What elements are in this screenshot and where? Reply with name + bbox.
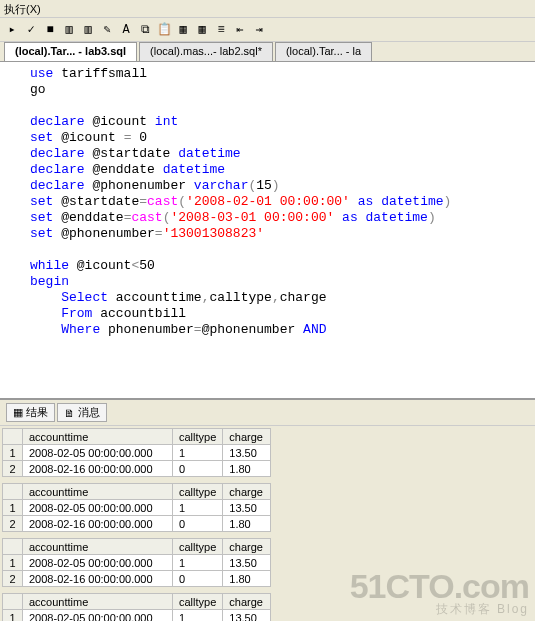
result-table[interactable]: accounttimecalltypecharge12008-02-05 00:… — [2, 538, 271, 587]
paren: ( — [178, 194, 186, 209]
num: 50 — [139, 258, 155, 273]
cell-calltype: 0 — [173, 516, 223, 532]
cell-charge: 13.50 — [223, 610, 271, 622]
row-num: 1 — [3, 555, 23, 571]
col-header[interactable]: charge — [223, 539, 271, 555]
db2-icon[interactable]: ▥ — [80, 22, 96, 38]
table-row[interactable]: 22008-02-16 00:00:00.00001.80 — [3, 571, 271, 587]
type-datetime: datetime — [178, 146, 240, 161]
result-grid-3: accounttimecalltypecharge12008-02-05 00:… — [2, 538, 533, 587]
op: = — [194, 322, 202, 337]
kw-while: while — [30, 258, 69, 273]
col-header[interactable] — [3, 429, 23, 445]
txt: accountbill — [92, 306, 186, 321]
kw-declare: declare — [30, 114, 85, 129]
col-header[interactable]: charge — [223, 429, 271, 445]
col-header[interactable]: calltype — [173, 429, 223, 445]
tab-messages[interactable]: 🗎消息 — [57, 403, 107, 422]
results-header: ▦结果 🗎消息 — [0, 398, 535, 426]
op: = — [139, 194, 147, 209]
col-header[interactable]: accounttime — [23, 429, 173, 445]
edit-icon[interactable]: ✎ — [99, 22, 115, 38]
indent-inc-icon[interactable]: ⇥ — [251, 22, 267, 38]
kw-declare: declare — [30, 146, 85, 161]
col-header[interactable]: calltype — [173, 539, 223, 555]
check-icon[interactable]: ✓ — [23, 22, 39, 38]
col-header[interactable] — [3, 484, 23, 500]
num: 15 — [256, 178, 272, 193]
col-header[interactable]: charge — [223, 594, 271, 610]
type-int: int — [155, 114, 178, 129]
grid2-icon[interactable]: ▦ — [194, 22, 210, 38]
kw-use: use — [30, 66, 53, 81]
paste-icon[interactable]: 📋 — [156, 22, 172, 38]
sql-editor[interactable]: use tariffsmall go declare @icount int s… — [0, 62, 535, 398]
toolbar: ▸ ✓ ■ ▥ ▥ ✎ A ⧉ 📋 ▦ ▦ ≡ ⇤ ⇥ — [0, 18, 535, 42]
col-header[interactable]: accounttime — [23, 539, 173, 555]
tab-results[interactable]: ▦结果 — [6, 403, 55, 422]
txt: @icount — [69, 258, 131, 273]
table-row[interactable]: 22008-02-16 00:00:00.00001.80 — [3, 461, 271, 477]
result-table[interactable]: accounttimecalltypecharge12008-02-05 00:… — [2, 593, 271, 621]
grid-icon[interactable]: ▦ — [175, 22, 191, 38]
txt: phonenumber — [100, 322, 194, 337]
table-row[interactable]: 12008-02-05 00:00:00.000113.50 — [3, 555, 271, 571]
col-header[interactable] — [3, 539, 23, 555]
results-grids: accounttimecalltypecharge12008-02-05 00:… — [0, 426, 535, 621]
db-icon[interactable]: ▥ — [61, 22, 77, 38]
txt: @enddate — [85, 162, 163, 177]
result-grid-1: accounttimecalltypecharge12008-02-05 00:… — [2, 428, 533, 477]
kw-set: set — [30, 130, 53, 145]
cell-calltype: 0 — [173, 461, 223, 477]
kw-begin: begin — [30, 274, 69, 289]
table-row[interactable]: 12008-02-05 00:00:00.000113.50 — [3, 445, 271, 461]
cell-calltype: 0 — [173, 571, 223, 587]
col-header[interactable]: charge — [223, 484, 271, 500]
tab-lab2[interactable]: (local).mas...- lab2.sql* — [139, 42, 273, 61]
stop-icon[interactable]: ■ — [42, 22, 58, 38]
result-table[interactable]: accounttimecalltypecharge12008-02-05 00:… — [2, 483, 271, 532]
cell-accounttime: 2008-02-05 00:00:00.000 — [23, 555, 173, 571]
txt: tariffsmall — [53, 66, 147, 81]
menu-run[interactable]: 执行(X) — [4, 3, 41, 15]
txt: accounttime — [108, 290, 202, 305]
kw-as: as — [350, 194, 381, 209]
list-icon[interactable]: ≡ — [213, 22, 229, 38]
col-header[interactable]: accounttime — [23, 594, 173, 610]
col-header[interactable] — [3, 594, 23, 610]
tab-other[interactable]: (local).Tar... - la — [275, 42, 372, 61]
paren: ) — [272, 178, 280, 193]
cell-calltype: 1 — [173, 500, 223, 516]
kw-where: Where — [30, 322, 100, 337]
result-grid-4: accounttimecalltypecharge12008-02-05 00:… — [2, 593, 533, 621]
txt: @startdate — [53, 194, 139, 209]
fn-cast: cast — [131, 210, 162, 225]
font-icon[interactable]: A — [118, 22, 134, 38]
kw-set: set — [30, 194, 53, 209]
row-num: 2 — [3, 461, 23, 477]
txt: @phonenumber — [85, 178, 194, 193]
result-grid-2: accounttimecalltypecharge12008-02-05 00:… — [2, 483, 533, 532]
row-num: 1 — [3, 610, 23, 622]
cell-accounttime: 2008-02-16 00:00:00.000 — [23, 571, 173, 587]
col-header[interactable]: accounttime — [23, 484, 173, 500]
cell-charge: 13.50 — [223, 555, 271, 571]
result-table[interactable]: accounttimecalltypecharge12008-02-05 00:… — [2, 428, 271, 477]
table-row[interactable]: 22008-02-16 00:00:00.00001.80 — [3, 516, 271, 532]
col-header[interactable]: calltype — [173, 594, 223, 610]
row-num: 1 — [3, 445, 23, 461]
col-header[interactable]: calltype — [173, 484, 223, 500]
copy-icon[interactable]: ⧉ — [137, 22, 153, 38]
kw-declare: declare — [30, 162, 85, 177]
indent-dec-icon[interactable]: ⇤ — [232, 22, 248, 38]
table-row[interactable]: 12008-02-05 00:00:00.000113.50 — [3, 500, 271, 516]
kw-as: as — [334, 210, 365, 225]
tab-lab3[interactable]: (local).Tar... - lab3.sql — [4, 42, 137, 61]
cell-charge: 1.80 — [223, 461, 271, 477]
str: '2008-03-01 00:00:00' — [170, 210, 334, 225]
type-datetime: datetime — [366, 210, 428, 225]
cell-calltype: 1 — [173, 445, 223, 461]
table-row[interactable]: 12008-02-05 00:00:00.000113.50 — [3, 610, 271, 622]
tool-icon[interactable]: ▸ — [4, 22, 20, 38]
row-num: 2 — [3, 571, 23, 587]
